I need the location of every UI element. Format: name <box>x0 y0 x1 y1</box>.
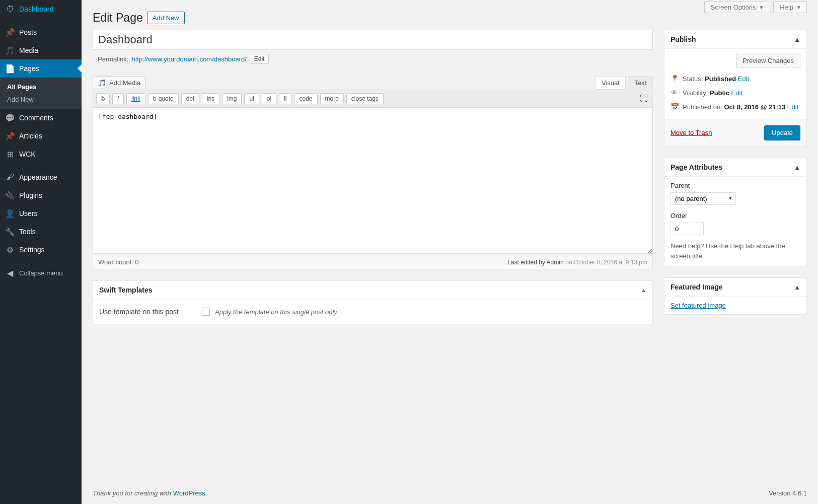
sidebar-item-settings[interactable]: ⚙ Settings <box>0 241 82 259</box>
sidebar-item-articles[interactable]: 📌 Articles <box>0 127 82 145</box>
featured-image-header[interactable]: Featured Image ▲ <box>664 278 806 297</box>
sidebar-item-users[interactable]: 👤 Users <box>0 204 82 223</box>
tab-text[interactable]: Text <box>628 76 653 90</box>
pin-icon: 📌 <box>5 131 15 141</box>
footer: Thank you for creating with WordPress. V… <box>93 489 807 497</box>
screen-options-label: Screen Options <box>711 4 756 11</box>
help-button[interactable]: Help ▼ <box>773 2 807 13</box>
collapse-menu[interactable]: ◀ Collapse menu <box>0 264 82 282</box>
pin-icon: 📌 <box>5 27 15 37</box>
publish-status-row: 📍 Status: Published Edit <box>671 71 800 86</box>
preview-changes-button[interactable]: Preview Changes <box>736 54 800 67</box>
sidebar-item-label: Media <box>19 46 38 54</box>
qt-blockquote[interactable]: b-quote <box>148 93 179 104</box>
key-icon: 📍 <box>671 75 679 83</box>
page-attributes-header[interactable]: Page Attributes ▲ <box>664 158 806 177</box>
edit-date-link[interactable]: Edit <box>787 103 798 111</box>
meta-sidebar: Publish ▲ Preview Changes 📍 Status: Publ… <box>664 30 807 326</box>
settings-icon: ⚙ <box>5 245 15 255</box>
wrench-icon: 🔧 <box>5 227 15 237</box>
order-label: Order <box>671 212 800 220</box>
edit-visibility-link[interactable]: Edit <box>731 89 742 97</box>
add-media-label: Add Media <box>109 79 140 87</box>
screen-options-button[interactable]: Screen Options ▼ <box>704 2 770 13</box>
tab-visual[interactable]: Visual <box>595 76 626 90</box>
swift-templates-header[interactable]: Swift Templates ▲ <box>93 281 652 300</box>
submenu-add-new[interactable]: Add New <box>0 93 82 106</box>
sidebar-item-media[interactable]: 🎵 Media <box>0 41 82 59</box>
sidebar-item-label: Dashboard <box>19 5 54 13</box>
qt-italic[interactable]: i <box>112 93 124 104</box>
comment-icon: 💬 <box>5 113 15 123</box>
permalink-edit-button[interactable]: Edit <box>250 54 269 64</box>
qt-ol[interactable]: ol <box>262 93 276 104</box>
user-icon: 👤 <box>5 208 15 219</box>
toggle-up-icon: ▲ <box>794 36 800 43</box>
qt-ins[interactable]: ins <box>202 93 219 104</box>
parent-label: Parent <box>671 182 800 189</box>
permalink-url[interactable]: http://www.yourdomain.com/dashboard/ <box>131 55 246 63</box>
swift-checkbox[interactable] <box>202 308 210 316</box>
swift-checkbox-label: Apply the template on this single post o… <box>215 308 337 316</box>
permalink-row: Permalink: http://www.yourdomain.com/das… <box>93 50 653 68</box>
page-title-input[interactable] <box>93 30 653 50</box>
qt-code[interactable]: code <box>294 93 317 104</box>
caret-down-icon: ▼ <box>796 5 801 10</box>
sidebar-item-plugins[interactable]: 🔌 Plugins <box>0 186 82 204</box>
editor-status-bar: Word count: 0 Last edited by Admin on Oc… <box>93 255 653 269</box>
fullscreen-icon[interactable]: ⛶ <box>638 93 649 104</box>
page-heading: Edit Page Add New <box>93 0 807 25</box>
qt-bold[interactable]: b <box>96 93 110 104</box>
qt-img[interactable]: img <box>222 93 242 104</box>
sidebar-item-dashboard[interactable]: ⏱ Dashboard <box>0 0 82 18</box>
sidebar-item-label: Articles <box>19 132 42 140</box>
editor-column: Permalink: http://www.yourdomain.com/das… <box>93 30 653 326</box>
toggle-up-icon: ▲ <box>641 287 646 293</box>
qt-ul[interactable]: ul <box>244 93 259 104</box>
sidebar-item-appearance[interactable]: 🖌 Appearance <box>0 168 82 186</box>
sidebar-item-pages[interactable]: 📄 Pages <box>0 59 82 78</box>
version-label: Version 4.6.1 <box>769 489 807 497</box>
featured-image-box: Featured Image ▲ Set featured image <box>664 277 807 315</box>
qt-del[interactable]: del <box>181 93 199 104</box>
qt-close-tags[interactable]: close tags <box>346 93 384 104</box>
last-edited: Last edited by Admin on October 8, 2016 … <box>507 258 647 266</box>
wordpress-link[interactable]: WordPress <box>173 489 205 497</box>
swift-templates-title: Swift Templates <box>99 286 153 294</box>
move-to-trash-link[interactable]: Move to Trash <box>671 129 712 136</box>
content-textarea[interactable]: [fep-dashboard] <box>93 108 653 254</box>
sidebar-item-label: Comments <box>19 114 53 122</box>
publish-actions: Move to Trash Update <box>664 119 806 146</box>
sidebar-item-label: Users <box>19 209 38 218</box>
add-new-button[interactable]: Add New <box>147 12 185 24</box>
publish-box: Publish ▲ Preview Changes 📍 Status: Publ… <box>664 30 807 147</box>
qt-li[interactable]: li <box>279 93 291 104</box>
publish-title: Publish <box>671 35 696 43</box>
sidebar-item-posts[interactable]: 📌 Posts <box>0 23 82 41</box>
sidebar-item-tools[interactable]: 🔧 Tools <box>0 223 82 241</box>
edit-status-link[interactable]: Edit <box>738 75 749 83</box>
add-media-button[interactable]: 🎵 Add Media <box>93 77 146 89</box>
order-input[interactable] <box>671 223 704 235</box>
wck-icon: ⊞ <box>5 149 15 159</box>
qt-more[interactable]: more <box>320 93 344 104</box>
publish-header[interactable]: Publish ▲ <box>664 30 806 49</box>
dashboard-icon: ⏱ <box>5 4 15 14</box>
sidebar-submenu: All Pages Add New <box>0 78 82 109</box>
calendar-icon: 📅 <box>671 103 679 111</box>
permalink-label: Permalink: <box>98 55 128 63</box>
sidebar-item-wck[interactable]: ⊞ WCK <box>0 145 82 163</box>
parent-select[interactable]: (no parent) <box>671 192 736 205</box>
set-featured-image-link[interactable]: Set featured image <box>671 302 726 309</box>
update-button[interactable]: Update <box>764 125 800 140</box>
featured-image-title: Featured Image <box>671 283 722 291</box>
swift-row-label: Use template on this post <box>99 308 179 316</box>
editor-tabs: Visual Text <box>593 76 653 90</box>
brush-icon: 🖌 <box>5 172 15 182</box>
qt-link[interactable]: link <box>126 93 145 104</box>
publish-visibility-row: 👁 Visibility: Public Edit <box>671 86 800 100</box>
collapse-label: Collapse menu <box>19 269 63 277</box>
sidebar-item-comments[interactable]: 💬 Comments <box>0 109 82 127</box>
sidebar-item-label: Settings <box>19 246 45 254</box>
submenu-all-pages[interactable]: All Pages <box>0 81 82 93</box>
